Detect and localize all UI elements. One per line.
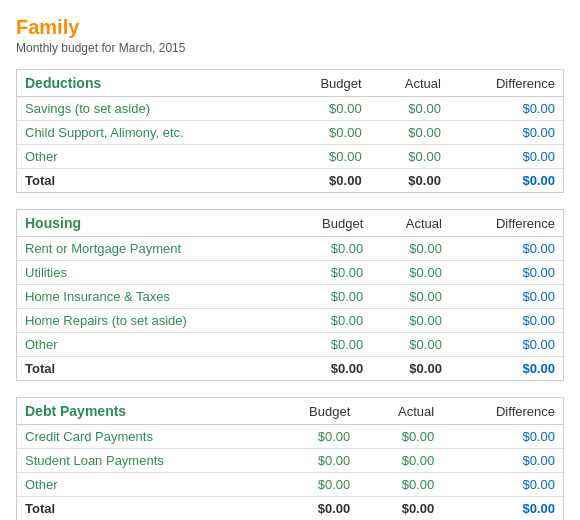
section-housing: HousingBudgetActualDifferenceRent or Mor… bbox=[16, 209, 564, 381]
row-budget: $0.00 bbox=[266, 425, 358, 449]
total-actual: $0.00 bbox=[358, 497, 442, 521]
total-diff: $0.00 bbox=[449, 169, 563, 193]
col-header-1: Budget bbox=[283, 70, 370, 97]
row-actual: $0.00 bbox=[370, 97, 449, 121]
table-row: Credit Card Payments$0.00$0.00$0.00 bbox=[17, 425, 563, 449]
col-header-3: Difference bbox=[450, 210, 563, 237]
table-row: Student Loan Payments$0.00$0.00$0.00 bbox=[17, 449, 563, 473]
row-diff: $0.00 bbox=[450, 237, 563, 261]
col-header-0: Housing bbox=[17, 210, 285, 237]
col-header-0: Deductions bbox=[17, 70, 283, 97]
row-budget: $0.00 bbox=[283, 121, 370, 145]
total-actual: $0.00 bbox=[371, 357, 450, 381]
col-header-0: Debt Payments bbox=[17, 398, 266, 425]
col-header-2: Actual bbox=[358, 398, 442, 425]
total-label: Total bbox=[17, 357, 285, 381]
total-row: Total$0.00$0.00$0.00 bbox=[17, 357, 563, 381]
total-actual: $0.00 bbox=[370, 169, 449, 193]
row-label: Other bbox=[17, 333, 285, 357]
row-diff: $0.00 bbox=[449, 145, 563, 169]
row-diff: $0.00 bbox=[442, 473, 563, 497]
col-header-3: Difference bbox=[449, 70, 563, 97]
row-actual: $0.00 bbox=[370, 121, 449, 145]
total-label: Total bbox=[17, 169, 283, 193]
row-budget: $0.00 bbox=[266, 473, 358, 497]
table-row: Rent or Mortgage Payment$0.00$0.00$0.00 bbox=[17, 237, 563, 261]
total-budget: $0.00 bbox=[283, 169, 370, 193]
subtitle: Monthly budget for March, 2015 bbox=[16, 41, 564, 55]
row-budget: $0.00 bbox=[283, 145, 370, 169]
row-actual: $0.00 bbox=[371, 309, 450, 333]
row-label: Child Support, Alimony, etc. bbox=[17, 121, 283, 145]
table-row: Utilities$0.00$0.00$0.00 bbox=[17, 261, 563, 285]
row-diff: $0.00 bbox=[450, 309, 563, 333]
total-diff: $0.00 bbox=[442, 497, 563, 521]
col-header-2: Actual bbox=[370, 70, 449, 97]
total-row: Total$0.00$0.00$0.00 bbox=[17, 497, 563, 521]
table-row: Home Repairs (to set aside)$0.00$0.00$0.… bbox=[17, 309, 563, 333]
row-label: Student Loan Payments bbox=[17, 449, 266, 473]
row-actual: $0.00 bbox=[371, 333, 450, 357]
total-diff: $0.00 bbox=[450, 357, 563, 381]
table-row: Savings (to set aside)$0.00$0.00$0.00 bbox=[17, 97, 563, 121]
row-diff: $0.00 bbox=[450, 333, 563, 357]
row-diff: $0.00 bbox=[449, 121, 563, 145]
row-actual: $0.00 bbox=[358, 425, 442, 449]
col-header-1: Budget bbox=[266, 398, 358, 425]
row-diff: $0.00 bbox=[450, 261, 563, 285]
row-budget: $0.00 bbox=[285, 333, 371, 357]
row-diff: $0.00 bbox=[442, 425, 563, 449]
row-diff: $0.00 bbox=[450, 285, 563, 309]
row-label: Home Insurance & Taxes bbox=[17, 285, 285, 309]
row-budget: $0.00 bbox=[283, 97, 370, 121]
row-actual: $0.00 bbox=[371, 285, 450, 309]
row-actual: $0.00 bbox=[358, 473, 442, 497]
total-budget: $0.00 bbox=[266, 497, 358, 521]
row-label: Savings (to set aside) bbox=[17, 97, 283, 121]
section-deductions: DeductionsBudgetActualDifferenceSavings … bbox=[16, 69, 564, 193]
row-budget: $0.00 bbox=[285, 309, 371, 333]
row-label: Other bbox=[17, 145, 283, 169]
col-header-3: Difference bbox=[442, 398, 563, 425]
row-budget: $0.00 bbox=[266, 449, 358, 473]
row-diff: $0.00 bbox=[442, 449, 563, 473]
row-actual: $0.00 bbox=[371, 261, 450, 285]
table-row: Other$0.00$0.00$0.00 bbox=[17, 473, 563, 497]
row-diff: $0.00 bbox=[449, 97, 563, 121]
row-label: Rent or Mortgage Payment bbox=[17, 237, 285, 261]
row-budget: $0.00 bbox=[285, 285, 371, 309]
section-debt: Debt PaymentsBudgetActualDifferenceCredi… bbox=[16, 397, 564, 520]
table-row: Child Support, Alimony, etc.$0.00$0.00$0… bbox=[17, 121, 563, 145]
row-label: Credit Card Payments bbox=[17, 425, 266, 449]
row-actual: $0.00 bbox=[370, 145, 449, 169]
page-title: Family bbox=[16, 16, 564, 39]
col-header-1: Budget bbox=[285, 210, 371, 237]
total-label: Total bbox=[17, 497, 266, 521]
table-row: Home Insurance & Taxes$0.00$0.00$0.00 bbox=[17, 285, 563, 309]
row-label: Utilities bbox=[17, 261, 285, 285]
total-row: Total$0.00$0.00$0.00 bbox=[17, 169, 563, 193]
col-header-2: Actual bbox=[371, 210, 450, 237]
total-budget: $0.00 bbox=[285, 357, 371, 381]
row-actual: $0.00 bbox=[358, 449, 442, 473]
row-budget: $0.00 bbox=[285, 237, 371, 261]
row-actual: $0.00 bbox=[371, 237, 450, 261]
table-row: Other$0.00$0.00$0.00 bbox=[17, 145, 563, 169]
row-label: Home Repairs (to set aside) bbox=[17, 309, 285, 333]
row-label: Other bbox=[17, 473, 266, 497]
row-budget: $0.00 bbox=[285, 261, 371, 285]
table-row: Other$0.00$0.00$0.00 bbox=[17, 333, 563, 357]
